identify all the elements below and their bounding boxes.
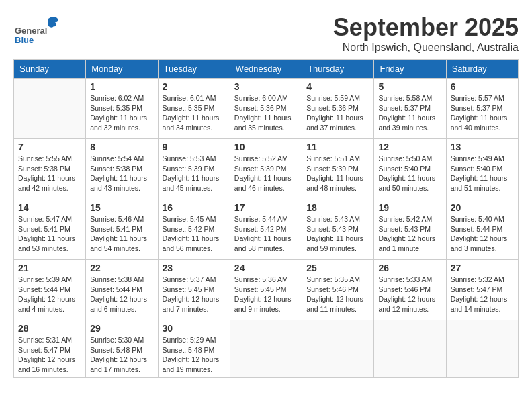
column-header-monday: Monday: [86, 60, 158, 79]
day-number: 12: [378, 142, 441, 152]
day-info: Sunrise: 5:38 AMSunset: 5:44 PMDaylight:…: [90, 275, 153, 314]
day-info: Sunrise: 5:40 AMSunset: 5:44 PMDaylight:…: [451, 214, 514, 254]
day-number: 7: [18, 142, 81, 152]
day-number: 24: [234, 263, 298, 273]
column-header-tuesday: Tuesday: [158, 60, 230, 79]
calendar-cell: 17Sunrise: 5:44 AMSunset: 5:42 PMDayligh…: [230, 199, 302, 260]
svg-text:Blue: Blue: [15, 35, 34, 45]
location-subtitle: North Ipswich, Queensland, Australia: [333, 42, 519, 54]
day-info: Sunrise: 5:55 AMSunset: 5:38 PMDaylight:…: [18, 154, 81, 193]
day-info: Sunrise: 5:45 AMSunset: 5:42 PMDaylight:…: [163, 214, 226, 254]
calendar-cell: 16Sunrise: 5:45 AMSunset: 5:42 PMDayligh…: [158, 199, 230, 260]
day-info: Sunrise: 5:36 AMSunset: 5:45 PMDaylight:…: [234, 275, 298, 314]
logo: General Blue: [13, 13, 74, 47]
logo-svg: General Blue: [13, 13, 74, 47]
svg-text:General: General: [15, 26, 47, 36]
day-number: 20: [451, 202, 514, 213]
day-number: 4: [306, 81, 369, 92]
day-number: 8: [90, 142, 153, 152]
day-info: Sunrise: 5:50 AMSunset: 5:40 PMDaylight:…: [378, 154, 441, 193]
calendar-cell: 2Sunrise: 6:01 AMSunset: 5:35 PMDaylight…: [158, 79, 230, 139]
day-info: Sunrise: 5:39 AMSunset: 5:44 PMDaylight:…: [18, 275, 81, 314]
day-number: 5: [378, 81, 441, 92]
day-info: Sunrise: 5:59 AMSunset: 5:36 PMDaylight:…: [306, 93, 369, 133]
day-number: 19: [378, 202, 441, 213]
calendar-cell: 8Sunrise: 5:54 AMSunset: 5:38 PMDaylight…: [86, 139, 158, 199]
day-number: 17: [234, 202, 298, 213]
day-info: Sunrise: 5:47 AMSunset: 5:41 PMDaylight:…: [18, 214, 81, 254]
column-header-thursday: Thursday: [302, 60, 374, 79]
day-info: Sunrise: 5:42 AMSunset: 5:43 PMDaylight:…: [378, 214, 441, 254]
calendar-cell: 5Sunrise: 5:58 AMSunset: 5:37 PMDaylight…: [374, 79, 446, 139]
day-info: Sunrise: 5:49 AMSunset: 5:40 PMDaylight:…: [451, 154, 514, 193]
calendar-cell: [230, 320, 302, 378]
day-info: Sunrise: 5:46 AMSunset: 5:41 PMDaylight:…: [90, 214, 153, 254]
column-header-friday: Friday: [374, 60, 446, 79]
day-number: 10: [234, 142, 298, 152]
calendar-cell: 23Sunrise: 5:37 AMSunset: 5:45 PMDayligh…: [158, 260, 230, 320]
calendar-cell: 21Sunrise: 5:39 AMSunset: 5:44 PMDayligh…: [14, 260, 86, 320]
calendar-cell: [446, 320, 518, 378]
calendar-cell: 10Sunrise: 5:52 AMSunset: 5:39 PMDayligh…: [230, 139, 302, 199]
calendar-week-row: 28Sunrise: 5:31 AMSunset: 5:47 PMDayligh…: [14, 320, 519, 378]
day-info: Sunrise: 5:35 AMSunset: 5:46 PMDaylight:…: [306, 275, 369, 314]
calendar-cell: 24Sunrise: 5:36 AMSunset: 5:45 PMDayligh…: [230, 260, 302, 320]
calendar-cell: 6Sunrise: 5:57 AMSunset: 5:37 PMDaylight…: [446, 79, 518, 139]
calendar-cell: 29Sunrise: 5:30 AMSunset: 5:48 PMDayligh…: [86, 320, 158, 378]
day-info: Sunrise: 5:52 AMSunset: 5:39 PMDaylight:…: [234, 154, 298, 193]
day-info: Sunrise: 5:44 AMSunset: 5:42 PMDaylight:…: [234, 214, 298, 254]
column-header-saturday: Saturday: [446, 60, 518, 79]
day-info: Sunrise: 5:33 AMSunset: 5:46 PMDaylight:…: [378, 275, 441, 314]
page-header: General Blue September 2025 North Ipswic…: [13, 13, 519, 54]
day-info: Sunrise: 5:54 AMSunset: 5:38 PMDaylight:…: [90, 154, 153, 193]
calendar-cell: 27Sunrise: 5:32 AMSunset: 5:47 PMDayligh…: [446, 260, 518, 320]
day-number: 30: [163, 323, 226, 334]
day-info: Sunrise: 5:58 AMSunset: 5:37 PMDaylight:…: [378, 93, 441, 133]
day-info: Sunrise: 6:02 AMSunset: 5:35 PMDaylight:…: [90, 93, 153, 133]
day-number: 29: [90, 323, 153, 334]
calendar-cell: [14, 79, 86, 139]
day-number: 3: [234, 81, 298, 92]
day-number: 15: [90, 202, 153, 213]
calendar-cell: 1Sunrise: 6:02 AMSunset: 5:35 PMDaylight…: [86, 79, 158, 139]
column-header-wednesday: Wednesday: [230, 60, 302, 79]
calendar-cell: 30Sunrise: 5:29 AMSunset: 5:48 PMDayligh…: [158, 320, 230, 378]
day-number: 6: [451, 81, 514, 92]
title-block: September 2025 North Ipswich, Queensland…: [333, 13, 519, 54]
month-title: September 2025: [333, 13, 519, 42]
calendar-cell: 7Sunrise: 5:55 AMSunset: 5:38 PMDaylight…: [14, 139, 86, 199]
calendar-cell: 26Sunrise: 5:33 AMSunset: 5:46 PMDayligh…: [374, 260, 446, 320]
calendar-cell: 22Sunrise: 5:38 AMSunset: 5:44 PMDayligh…: [86, 260, 158, 320]
calendar-cell: [302, 320, 374, 378]
day-info: Sunrise: 5:43 AMSunset: 5:43 PMDaylight:…: [306, 214, 369, 254]
day-info: Sunrise: 5:31 AMSunset: 5:47 PMDaylight:…: [18, 335, 81, 375]
day-info: Sunrise: 5:29 AMSunset: 5:48 PMDaylight:…: [163, 335, 226, 375]
calendar-cell: 28Sunrise: 5:31 AMSunset: 5:47 PMDayligh…: [14, 320, 86, 378]
calendar-cell: 12Sunrise: 5:50 AMSunset: 5:40 PMDayligh…: [374, 139, 446, 199]
calendar-cell: 15Sunrise: 5:46 AMSunset: 5:41 PMDayligh…: [86, 199, 158, 260]
calendar-cell: 11Sunrise: 5:51 AMSunset: 5:39 PMDayligh…: [302, 139, 374, 199]
calendar-cell: 25Sunrise: 5:35 AMSunset: 5:46 PMDayligh…: [302, 260, 374, 320]
day-info: Sunrise: 5:30 AMSunset: 5:48 PMDaylight:…: [90, 335, 153, 375]
calendar-cell: 9Sunrise: 5:53 AMSunset: 5:39 PMDaylight…: [158, 139, 230, 199]
day-info: Sunrise: 6:01 AMSunset: 5:35 PMDaylight:…: [163, 93, 226, 133]
day-number: 1: [90, 81, 153, 92]
day-number: 28: [18, 323, 81, 334]
day-number: 13: [451, 142, 514, 152]
day-number: 18: [306, 202, 369, 213]
day-number: 25: [306, 263, 369, 273]
day-number: 16: [163, 202, 226, 213]
calendar-week-row: 21Sunrise: 5:39 AMSunset: 5:44 PMDayligh…: [14, 260, 519, 320]
calendar-week-row: 1Sunrise: 6:02 AMSunset: 5:35 PMDaylight…: [14, 79, 519, 139]
calendar-cell: 4Sunrise: 5:59 AMSunset: 5:36 PMDaylight…: [302, 79, 374, 139]
calendar-week-row: 14Sunrise: 5:47 AMSunset: 5:41 PMDayligh…: [14, 199, 519, 260]
column-header-sunday: Sunday: [14, 60, 86, 79]
day-number: 21: [18, 263, 81, 273]
day-number: 22: [90, 263, 153, 273]
calendar-cell: 3Sunrise: 6:00 AMSunset: 5:36 PMDaylight…: [230, 79, 302, 139]
calendar-cell: 19Sunrise: 5:42 AMSunset: 5:43 PMDayligh…: [374, 199, 446, 260]
day-number: 23: [163, 263, 226, 273]
calendar-cell: 13Sunrise: 5:49 AMSunset: 5:40 PMDayligh…: [446, 139, 518, 199]
day-number: 11: [306, 142, 369, 152]
day-number: 27: [451, 263, 514, 273]
